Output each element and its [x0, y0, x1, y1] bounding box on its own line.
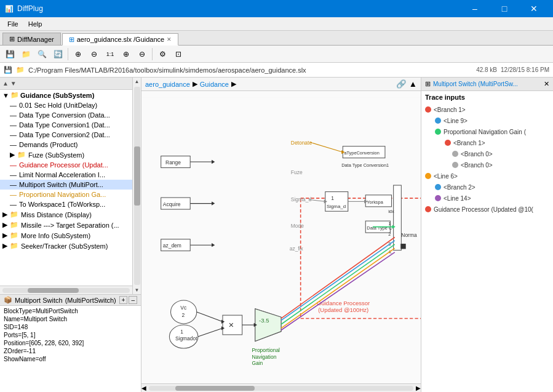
trace-item-line14[interactable]: <Line 14>: [425, 193, 549, 204]
tree-icon-dtc: —: [10, 111, 17, 119]
toolbar-zoom-in[interactable]: ⊕: [71, 47, 86, 62]
trace-dot-3: [435, 129, 441, 135]
diagram-area[interactable]: Guidance Processor (Updated @100Hz) Rang…: [141, 91, 421, 383]
svg-text:Sigmadot: Sigmadot: [175, 335, 197, 342]
trace-item-branch1b[interactable]: <Branch 1>: [425, 138, 549, 149]
tree-icon-fuze: 📁: [17, 151, 26, 159]
trace-dot-8: [435, 184, 441, 190]
trace-item-propnav[interactable]: Proportional Navigation Gain (: [425, 127, 549, 138]
path-save-icon: 💾: [4, 66, 12, 74]
props-header: 📦 Multiport Switch (MultiPortSwitch) + –: [0, 295, 141, 306]
tree-label-seeker: Seeker/Tracker (SubSystem): [20, 242, 108, 250]
right-panel-close[interactable]: ✕: [544, 80, 549, 88]
diagram-path2[interactable]: Guidance: [200, 81, 229, 88]
tree-scroll-track[interactable]: [134, 87, 140, 285]
tree-item-miss[interactable]: ▶ 📁 Miss Distance (Display): [0, 209, 132, 220]
tree-item-limit[interactable]: — Limit Normal Acceleration I...: [0, 170, 132, 180]
tree-hscroll: [0, 286, 132, 294]
tree-item-fuze[interactable]: ▶ 📁 Fuze (SubSystem): [0, 150, 132, 160]
tree-item-gp[interactable]: — Guidance Processor (Updat...: [0, 160, 132, 170]
trace-label-branch1b: <Branch 1>: [453, 139, 485, 148]
svg-text:-3.5: -3.5: [259, 317, 269, 324]
tree-icon-demands: —: [10, 141, 17, 148]
tree-scroll-down[interactable]: ▼: [133, 286, 141, 294]
trace-dot-10: [425, 206, 431, 212]
trace-item-line6[interactable]: <Line 6>: [425, 171, 549, 182]
menu-file[interactable]: File: [2, 19, 23, 29]
close-button[interactable]: ✕: [520, 0, 548, 17]
tree-item-dtc2[interactable]: — Data Type Conversion2 (Dat...: [0, 130, 132, 140]
tree-label-hold: 0.01 Sec Hold (UnitDelay): [18, 102, 97, 109]
tree-label-dtc1: Data Type Conversion1 (Dat...: [18, 121, 110, 129]
tree-item-missile[interactable]: ▶ 📁 Missile ---> Target Separation (...: [0, 220, 132, 230]
right-panel-icon: ⊞: [425, 80, 431, 88]
toolbar-folder[interactable]: 📁: [18, 47, 33, 62]
toolbar: 💾 📁 🔍 🔄 ⊕ ⊖ 1:1 ⊕ ⊖ ⚙ ⊡: [0, 46, 553, 63]
trace-item-branch0a[interactable]: <Branch 0>: [425, 149, 549, 160]
tree-scroll-up[interactable]: ▲: [133, 78, 141, 86]
diagram-scroll-left[interactable]: ◀: [141, 385, 146, 391]
diagram-svg: Guidance Processor (Updated @100Hz) Rang…: [141, 91, 421, 383]
trace-item-branch2[interactable]: <Branch 2>: [425, 182, 549, 193]
svg-text:Sigma_d: Sigma_d: [291, 196, 312, 202]
menu-help[interactable]: Help: [23, 19, 47, 29]
tree-expand-missile: ▶: [2, 221, 7, 229]
toolbar-zoom-out2[interactable]: ⊖: [135, 47, 149, 62]
toolbar-zoom-out[interactable]: ⊖: [87, 47, 101, 62]
trace-dot-7: [425, 173, 431, 179]
toolbar-settings[interactable]: ⚙: [155, 47, 170, 62]
right-panel: ⊞ Multiport Switch (MultiPortSw... ✕ Tra…: [421, 78, 553, 392]
svg-text:Data Type Conversion1: Data Type Conversion1: [341, 162, 389, 168]
svg-text:Fuze: Fuze: [291, 169, 303, 175]
svg-text:1: 1: [388, 221, 391, 226]
tree-item-guidance[interactable]: ▼ 📁 Guidance (SubSystem): [0, 90, 132, 100]
tree-item-workspace[interactable]: — To Workspace1 (ToWorksp...: [0, 199, 132, 209]
file-date: 12/28/15 8:16 PM: [501, 66, 549, 73]
trace-item-guidance-processor[interactable]: Guidance Processor (Updated @10(: [425, 204, 549, 215]
tree-label-multiport: Multiport Switch (MultiPort...: [18, 181, 103, 188]
toolbar-zoom-in2[interactable]: ⊕: [119, 47, 133, 62]
minimize-button[interactable]: –: [461, 0, 489, 17]
trace-item-line9[interactable]: <Line 9>: [425, 116, 549, 127]
diagram-scroll-thumb: [175, 386, 255, 391]
tree-item-dtc1[interactable]: — Data Type Conversion1 (Dat...: [0, 120, 132, 130]
diagram-scroll-right[interactable]: ▶: [416, 385, 421, 391]
toolbar-grid[interactable]: ⊡: [171, 47, 186, 62]
tree-item-seeker[interactable]: ▶ 📁 Seeker/Tracker (SubSystem): [0, 241, 132, 251]
toolbar-zoom-reset[interactable]: 1:1: [103, 47, 117, 62]
diagram-path1[interactable]: aero_guidance: [145, 81, 190, 88]
tab-aero-guidance[interactable]: ⊞ aero_guidance.slx /Guidance ✕: [62, 33, 178, 46]
svg-text:Vc: Vc: [180, 305, 186, 311]
diagram-up-btn[interactable]: ▲: [409, 79, 417, 89]
svg-text:Navigation: Navigation: [252, 354, 276, 360]
tab-diffmanager[interactable]: ⊞ DiffManager: [2, 33, 61, 45]
tree-item-hold[interactable]: — 0.01 Sec Hold (UnitDelay): [0, 100, 132, 110]
tree-hscroll-track[interactable]: [2, 288, 130, 293]
props-blocktype: BlockType=MultiPortSwitch: [4, 307, 137, 315]
svg-text:Yorkspa: Yorkspa: [367, 199, 383, 205]
trace-item-branch0b[interactable]: <Branch 0>: [425, 160, 549, 171]
toolbar-save[interactable]: 💾: [2, 47, 17, 62]
tree-item-dtc[interactable]: — Data Type Conversion (Data...: [0, 110, 132, 120]
tab-diffmanager-label: DiffManager: [17, 36, 54, 43]
tree-icon-seeker: 📁: [10, 242, 18, 250]
diagram-scroll-track[interactable]: [149, 386, 413, 391]
tree-icon-guidance: 📁: [10, 91, 19, 99]
trace-item-branch1[interactable]: <Branch 1>: [425, 105, 549, 116]
tree-item-propnav[interactable]: — Proportional Navigation Ga...: [0, 190, 132, 199]
toolbar-search[interactable]: 🔍: [34, 47, 49, 62]
tree-item-moreinfo[interactable]: ▶ 📁 More Info (SubSystem): [0, 230, 132, 241]
props-collapse-btn[interactable]: –: [129, 296, 137, 304]
props-expand-btn[interactable]: +: [119, 296, 128, 304]
tree-label-moreinfo: More Info (SubSystem): [20, 232, 90, 239]
tree-item-multiport[interactable]: — Multiport Switch (MultiPort...: [0, 180, 132, 190]
props-content: BlockType=MultiPortSwitch Name=Multiport…: [0, 306, 141, 392]
toolbar-refresh[interactable]: 🔄: [50, 47, 65, 62]
maximize-button[interactable]: □: [490, 0, 519, 17]
tree-label-guidance: Guidance (SubSystem): [20, 92, 94, 99]
diagram-link-btn[interactable]: 🔗: [396, 79, 407, 89]
svg-rect-71: [400, 244, 405, 249]
svg-text:idx: idx: [388, 209, 394, 214]
tree-item-demands[interactable]: — Demands (Product): [0, 140, 132, 150]
tab-close-button[interactable]: ✕: [167, 36, 172, 42]
